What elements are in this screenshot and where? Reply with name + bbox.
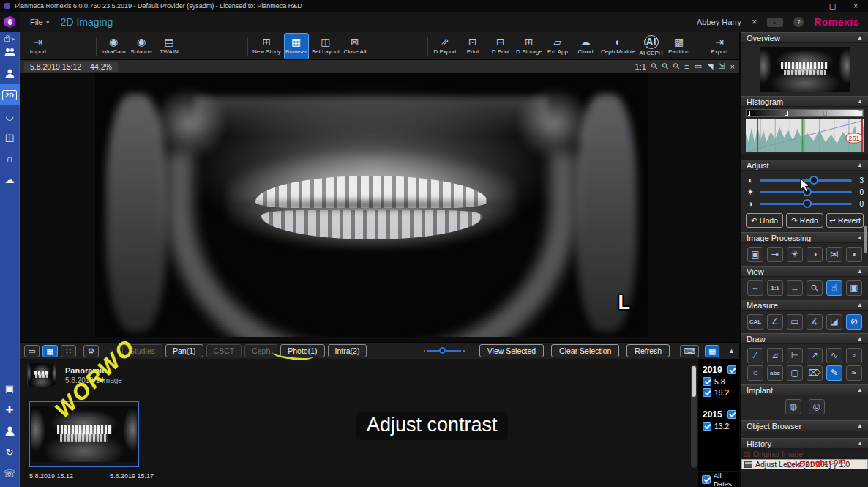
sidebar-lock[interactable]: ▶: [4, 35, 15, 42]
section-view[interactable]: View ▲: [741, 266, 868, 277]
dexport-button[interactable]: ⇗ D.Export: [433, 33, 457, 59]
minimize-button[interactable]: –: [807, 2, 812, 10]
sidebar-item-patient[interactable]: [0, 63, 20, 84]
sharpen-tool[interactable]: ▣: [747, 247, 763, 262]
keyboard-button[interactable]: ⌨: [680, 345, 699, 357]
year-row-2019[interactable]: 2019: [703, 365, 736, 375]
collapse-icon[interactable]: ▲: [857, 387, 863, 393]
sidebar-item-support[interactable]: ☏: [0, 463, 20, 484]
calibrate-tool[interactable]: CAL: [747, 314, 763, 330]
set-layout-button[interactable]: ◫ Set Layout: [312, 33, 340, 59]
scrollbar-thumb[interactable]: [692, 366, 696, 397]
section-overview[interactable]: Overview ▲: [741, 32, 868, 43]
year-row-2015[interactable]: 2015: [703, 409, 736, 420]
ai-ceph-button[interactable]: AI AI CEPH: [639, 33, 664, 59]
freehand-tool[interactable]: ≈: [846, 365, 862, 381]
line-measure-tool[interactable]: ∡: [807, 314, 823, 330]
history-item-original[interactable]: Original Image: [741, 449, 868, 459]
extapp-button[interactable]: ▱ Ext.App: [545, 33, 570, 59]
histogram-widget[interactable]: 261: [741, 107, 868, 154]
section-object-browser[interactable]: Object Browser ▲: [741, 420, 868, 431]
delete-annotation-tool[interactable]: ⌦: [807, 365, 823, 381]
collapse-icon[interactable]: ▲: [857, 34, 863, 41]
draw-line-tool[interactable]: ∕: [747, 348, 763, 363]
user-name[interactable]: Abbey Harry: [697, 18, 741, 26]
new-study-button[interactable]: ⊞ New Study: [252, 33, 281, 59]
revert-button[interactable]: ↩ Revert: [826, 213, 864, 228]
all-dates-row[interactable]: All Dates: [698, 472, 739, 487]
print-button[interactable]: ⊡ Print: [460, 33, 485, 59]
collapse-icon[interactable]: ▲: [857, 335, 863, 342]
section-image-processing[interactable]: Image Processing ▲: [741, 232, 868, 243]
partition-button[interactable]: ▩ Partition: [667, 33, 692, 59]
section-measure[interactable]: Measure ▲: [741, 300, 868, 311]
maximize-button[interactable]: ▢: [829, 2, 836, 10]
tools-button[interactable]: ⚙: [83, 345, 99, 357]
solanna-button[interactable]: ◉ Solanna: [129, 33, 154, 59]
selected-thumbnail-card[interactable]: [29, 401, 139, 467]
sidebar-item-devices[interactable]: ▣: [0, 378, 20, 399]
slider-thumb[interactable]: [439, 347, 446, 354]
draw-circle-tool[interactable]: ○: [747, 365, 763, 381]
view-selected-button[interactable]: View Selected: [479, 344, 544, 357]
sidebar-item-device-patient[interactable]: [0, 420, 20, 442]
panoramic-thumbnail[interactable]: [31, 406, 137, 462]
romexis-logo[interactable]: 6: [0, 12, 20, 32]
section-history[interactable]: History ▲: [741, 438, 868, 449]
zoom-in-icon[interactable]: ⚲: [648, 61, 659, 72]
intracam-button[interactable]: ◉ IntraCam: [101, 33, 126, 59]
draw-text-tool[interactable]: abc: [767, 365, 783, 381]
checkbox-checked[interactable]: [702, 475, 711, 484]
collapse-icon[interactable]: ▲: [857, 302, 863, 308]
ruler-tool[interactable]: ▭: [787, 314, 803, 330]
profile-measure-tool[interactable]: ◪: [826, 314, 842, 330]
panoramic-xray-image[interactable]: L: [95, 73, 648, 337]
collapse-icon[interactable]: ▲: [857, 268, 863, 275]
help-icon[interactable]: ?: [793, 17, 804, 27]
redo-button[interactable]: ↷ Redo: [786, 213, 823, 228]
collapse-icon[interactable]: ▲: [857, 162, 863, 168]
collapse-icon[interactable]: ▲: [857, 98, 863, 105]
pan-hand-tool[interactable]: ☝: [826, 280, 842, 296]
browser-scrollbar[interactable]: [691, 365, 697, 468]
draw-rect-tool[interactable]: ▫: [846, 348, 862, 363]
zoom-out-icon[interactable]: ⚲: [671, 61, 682, 72]
smooth-tool[interactable]: ⇥: [767, 247, 783, 262]
group-thumbnail[interactable]: [27, 363, 56, 387]
import-button[interactable]: ⇥ Import: [26, 33, 50, 59]
gamma-slider[interactable]: [760, 203, 852, 205]
draw-flag-tool[interactable]: ⊢: [787, 348, 803, 363]
calendar-filter-button[interactable]: ▦: [705, 345, 719, 357]
checkbox-checked[interactable]: [727, 365, 736, 374]
date-row[interactable]: 5.8: [703, 377, 736, 386]
implant-verify-tool[interactable]: ◎: [809, 399, 825, 414]
magnifier-icon[interactable]: ⚲: [660, 61, 671, 72]
gamma-slider-thumb[interactable]: [803, 199, 812, 208]
checkbox-checked[interactable]: [703, 377, 711, 386]
twain-button[interactable]: ▤ TWAIN: [157, 33, 182, 59]
actual-size-button[interactable]: 1:1: [635, 62, 646, 71]
profile-tool[interactable]: ◖: [846, 247, 862, 262]
section-adjust[interactable]: Adjust ▲: [741, 160, 868, 171]
sidebar-item-3d-module[interactable]: ◫: [0, 127, 20, 148]
magnifier-tool[interactable]: ⚲: [807, 280, 823, 296]
draw-arrow-tool[interactable]: ↗: [807, 348, 823, 363]
fit-screen-tool[interactable]: ⇔: [747, 280, 763, 296]
flag-icon[interactable]: ◥: [707, 62, 713, 71]
sidebar-item-patients[interactable]: [0, 42, 20, 63]
overlay-tool[interactable]: ▣: [846, 280, 862, 296]
actual-size-tool[interactable]: 1:1: [767, 280, 783, 296]
sidebar-item-2d-imaging[interactable]: 2D: [0, 84, 20, 105]
close-all-button[interactable]: ⊠ Close All: [343, 33, 367, 59]
grid-view-button[interactable]: ▦: [42, 345, 58, 357]
levels-gradient-bar[interactable]: [746, 109, 864, 117]
fullscreen-icon[interactable]: ⇲: [718, 62, 725, 71]
cloud-button[interactable]: ☁ Cloud: [573, 33, 598, 59]
undo-button[interactable]: ↶ Undo: [746, 213, 783, 228]
image-viewer[interactable]: L: [20, 73, 739, 342]
invert-tool[interactable]: ◑: [807, 247, 823, 262]
panel-scrollbar-thumb[interactable]: [864, 226, 867, 253]
clear-measure-tool[interactable]: ⊘: [846, 314, 862, 330]
fit-width-tool[interactable]: ↔: [787, 280, 803, 296]
sidebar-item-smile-design[interactable]: ◡: [0, 105, 20, 127]
